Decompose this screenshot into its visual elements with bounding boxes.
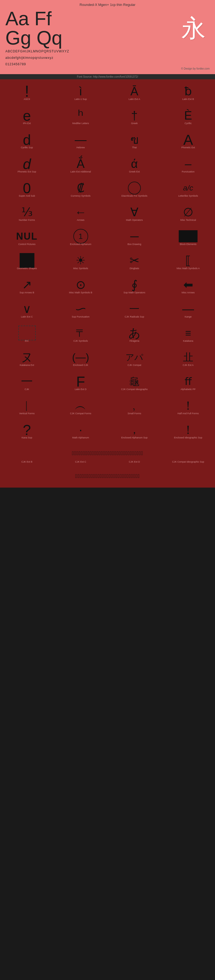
alphabet-lower: abcdefghijklmnopqrstuvwxyz — [5, 55, 210, 60]
cell-mathalphanum: · Math Alphanum — [54, 418, 107, 442]
label-greek: Greek — [109, 122, 160, 125]
dashed-rect-glyph — [18, 326, 36, 340]
cell-controlpictures: NUL Control Pictures — [0, 224, 54, 248]
label-hiragena: Hiragena — [109, 340, 160, 342]
letter-g: Gg — [5, 28, 31, 48]
cell-phoneticextsup: d Phonetic Ext Sup — [0, 152, 54, 176]
cell-miscmathsymb: ⊙ Misc Math Symbols B — [54, 273, 107, 297]
table-row: d Cyrillic Sup — Hebrew ฃ Thai — [0, 127, 215, 152]
cell-arrows: ← Arrows — [54, 200, 107, 224]
label-letterlike: Letterlike Symbols — [162, 194, 213, 197]
label-modletters: Modifier Letters — [55, 122, 106, 125]
cell-smallforms: ﹐ Small Forms — [107, 393, 161, 418]
label-cjkcompatideosup: CJK Compat Ideographic Sup — [161, 460, 215, 463]
label-cjksymbols: CJK Symbols — [55, 340, 106, 342]
alphabet-upper: ABCDEFGHIJKLMNOPQRSTUVWXYZ — [5, 49, 210, 54]
nul-glyph: NUL — [16, 232, 38, 241]
table-row: ↗ Sup Arrows B ⊙ Misc Math Symbols B ∮ S… — [0, 273, 215, 297]
label-katakana: Katakana — [162, 340, 213, 342]
cell-diacriticals: Diacriticals For Symbols — [107, 176, 161, 200]
cell-kanasup: ? Kana Sup — [0, 418, 54, 442]
label-cjkextc: CJK Ext C — [54, 460, 107, 463]
table-row: ! ASCII ì Latin-1 Sup Ā Latin Ext A — [0, 79, 215, 103]
cell-thai: ฃ Thai — [107, 127, 161, 152]
label-cyrillic: Cyrillic — [162, 122, 213, 125]
label-latinexta: Latin Ext A — [109, 98, 160, 100]
label-phoneticext: Phonetic Ext — [162, 146, 213, 149]
label-mathalphanum: Math Alphanum — [55, 436, 106, 439]
label-numberforms: Number Forms — [2, 219, 53, 221]
label-etc: EtC — [2, 340, 53, 342]
cell-kange: — Kange — [161, 297, 215, 321]
cell-miscarrows: ⬅ Misc Arrows — [161, 273, 215, 297]
label-latin1sup: Latin-1 Sup — [55, 98, 106, 100]
table-row: 一 CJK F Latin Ext D 龜 CJK Compat Ideogra… — [0, 369, 215, 393]
cell-cjk: 一 CJK — [0, 369, 54, 393]
cell-ascii: ! ASCII — [0, 79, 54, 103]
cell-cjkexta: 㐀 CJK Ext A — [161, 345, 215, 369]
label-cjkexta: CJK Ext A — [162, 364, 213, 366]
cell-miscmathsyma: ⟦ Misc Math Symbols A — [161, 248, 215, 273]
cell-verticalforms: ︱ Vertical Forms — [0, 393, 54, 418]
letter-a: Aa — [5, 9, 29, 28]
label-punctuation: Punctuation — [162, 170, 213, 173]
cell-supmathops: ∮ Sup Math Operators — [107, 273, 161, 297]
cell-etc: EtC — [0, 321, 54, 345]
table-row: 0 Super And Sub ₡ Currency Symbols Diacr… — [0, 176, 215, 200]
label-controlpictures: Control Pictures — [2, 243, 53, 245]
label-smallforms: Small Forms — [109, 412, 160, 415]
cell-punctuation: – Punctuation — [161, 152, 215, 176]
source-line: Font Source: http://www.fontke.com/font/… — [0, 74, 215, 79]
label-diacriticals: Diacriticals For Symbols — [109, 194, 160, 197]
kanji-display: 永 — [177, 11, 210, 46]
cjk-ext-last-glyphs: 𪜀𪜁𪜂𪜃𫝀𫝁𫝂𫝃𫠀𫠁𫠂𠄢𠄣𠄤𠄥𠄦丽丸乁𠄢丽丸乁𠄢《《《《《 — [75, 473, 140, 479]
label-alphabeticpf: Alphabetic PF — [162, 388, 213, 391]
cell-greekext: ά Greek Ext — [107, 152, 161, 176]
header-section: Rounded-X Mgen+ 1cp thin Regular Aa Ff G… — [0, 0, 215, 74]
label-greekext: Greek Ext — [109, 170, 160, 173]
cell-hiragena: あ Hiragena — [107, 321, 161, 345]
cell-suppunctuation: ⁓ Sup Punctuation — [54, 297, 107, 321]
block-glyph — [179, 230, 197, 242]
label-suppunctuation: Sup Punctuation — [55, 315, 106, 318]
label-kange: Kange — [162, 315, 213, 318]
cell-cyrillic: È Cyrillic — [161, 103, 215, 127]
cell-greek: † Greek — [107, 103, 161, 127]
cell-alphabeticpf: ﬀ Alphabetic PF — [161, 369, 215, 393]
cell-modletters: ʰ Modifier Letters — [54, 103, 107, 127]
cell-blockelements: Block Elements — [161, 224, 215, 248]
label-blockelements: Block Elements — [162, 243, 213, 245]
label-latinextb: Latin Ext B — [162, 98, 213, 100]
glyph-table: ! ASCII ì Latin-1 Sup Ā Latin Ext A — [0, 79, 215, 442]
circle-one-glyph: 1 — [73, 229, 88, 243]
cell-supersub: 0 Super And Sub — [0, 176, 54, 200]
label-cjkradicalssup: CJK Radicals Sup — [109, 315, 160, 318]
cell-cjkradicalssup: ⼀ CJK Radicals Sup — [107, 297, 161, 321]
cell-dingbats: ✂ Dingbats — [107, 248, 161, 273]
label-kanasup: Kana Sup — [2, 436, 53, 439]
label-currency: Currency Symbols — [55, 194, 106, 197]
cjk-extb-row: 𠀀𠀁𠀂𠀃𠀄𠀅𠀆𠀇𠀈𠀉𠀊𠀋𠀌𠀍𠀎𠀏𠀐𠀑𠀒𠀓𠀔𠀕𠀖𠀗𠀘𠀙𠀚𠀛𠀜𠀝𠀞𠀟 CJK Ext… — [0, 442, 215, 465]
label-suparrowsb: Sup Arrows B — [2, 291, 53, 294]
table-row: EtC 〒 CJK Symbols あ Hiragena — [0, 321, 215, 345]
label-katakanaext: Katakana Ext — [2, 364, 53, 366]
label-latinextadd: Latin Ext Additional — [55, 170, 106, 173]
cell-enclosedalpha: 1 Enclosed Alphanum — [54, 224, 107, 248]
cell-latinextc: ∨ Latin Ext C — [0, 297, 54, 321]
label-supmathops: Sup Math Operators — [109, 291, 160, 294]
label-cjk: CJK — [2, 388, 53, 391]
label-arrows: Arrows — [55, 219, 106, 221]
label-enclosedalpha: Enclosed Alphanum — [55, 243, 106, 245]
table-row: ? Kana Sup · Math Alphanum ， Enclosed Al… — [0, 418, 215, 442]
cell-suparrowsb: ↗ Sup Arrows B — [0, 273, 54, 297]
label-miscmathsymb: Misc Math Symbols B — [55, 291, 106, 294]
label-cjkcompatideo: CJK Compat Ideographs — [109, 388, 160, 391]
cell-cjkcompatideo: 龜 CJK Compat Ideographs — [107, 369, 161, 393]
label-halffullforms: Half And Full Forms — [162, 412, 213, 415]
glyph-grid: ! ASCII ì Latin-1 Sup Ā Latin Ext A — [0, 79, 215, 488]
label-boxdrawing: Box Drawing — [109, 243, 160, 245]
table-row: ⅓ Number Forms ← Arrows ∀ Math Operators — [0, 200, 215, 224]
cell-boxdrawing: ─ Box Drawing — [107, 224, 161, 248]
label-enclalphanums: Enclosed Alphanum Sup — [109, 436, 160, 439]
label-ipaext: IPA Ext — [2, 122, 53, 125]
